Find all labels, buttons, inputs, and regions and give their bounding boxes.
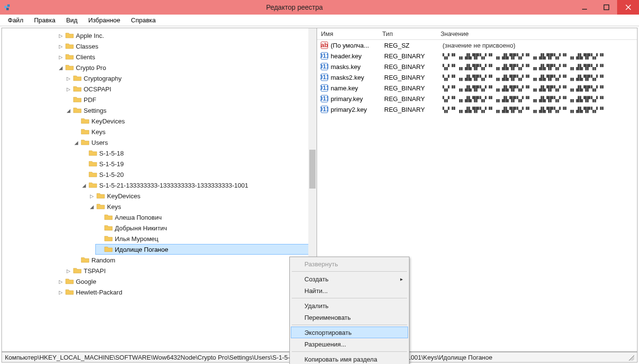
- tree-item[interactable]: ▷OCSPAPI: [64, 84, 317, 94]
- tree-item[interactable]: S-1-5-19: [80, 158, 317, 169]
- tree-label: Keys: [91, 128, 106, 136]
- value-row[interactable]: 011primary2.keyREG_BINARY▚▞▝▘▗▖▟▙▜▛▚▞▝▘▗…: [317, 104, 637, 115]
- col-value[interactable]: Значение: [437, 28, 637, 39]
- value-data: ▚▞▝▘▗▖▟▙▜▛▚▞▝▘▗▖▟▙▜▛▚▞▝▘▗▖▟▙▜▛▚▞▝▘▗▖▟▙▜▛…: [443, 52, 634, 60]
- tree-label: S-1-5-19: [99, 160, 124, 168]
- menu-view[interactable]: Вид: [61, 15, 83, 25]
- tree-item[interactable]: ◢Users: [72, 137, 317, 148]
- ctx-rename[interactable]: Переименовать: [291, 312, 408, 323]
- tree-item[interactable]: Алеша Попович: [95, 212, 317, 223]
- close-button[interactable]: [617, 0, 639, 15]
- tree-label: Random: [91, 257, 115, 264]
- context-menu: Развернуть Создать Найти... Удалить Пере…: [289, 257, 409, 364]
- tree-label: Hewlett-Packard: [76, 289, 122, 296]
- svg-text:ab: ab: [320, 41, 328, 49]
- value-row[interactable]: 011name.keyREG_BINARY▚▞▝▘▗▖▟▙▜▛▚▞▝▘▗▖▟▙▜…: [317, 83, 637, 93]
- value-name: name.key: [331, 85, 384, 92]
- expand-icon[interactable]: ▷: [57, 278, 64, 285]
- value-type: REG_BINARY: [384, 95, 443, 103]
- expand-icon[interactable]: ▷: [57, 289, 64, 295]
- expand-icon[interactable]: ▷: [65, 86, 72, 92]
- menu-favorites[interactable]: Избранное: [83, 15, 125, 25]
- expand-icon[interactable]: ▷: [65, 267, 72, 274]
- value-type: REG_BINARY: [384, 52, 443, 60]
- value-row[interactable]: 011masks2.keyREG_BINARY▚▞▝▘▗▖▟▙▜▛▚▞▝▘▗▖▟…: [317, 72, 637, 83]
- values-header[interactable]: Имя Тип Значение: [317, 28, 637, 40]
- value-row[interactable]: 011masks.keyREG_BINARY▚▞▝▘▗▖▟▙▜▛▚▞▝▘▗▖▟▙…: [317, 61, 637, 72]
- ctx-permissions[interactable]: Разрешения...: [291, 338, 408, 350]
- tree-item[interactable]: ▷TSPAPI: [64, 265, 317, 276]
- menu-file[interactable]: Файл: [3, 15, 28, 25]
- tree-label: KeyDevices: [91, 118, 125, 125]
- folder-icon: [73, 96, 82, 104]
- menu-help[interactable]: Справка: [126, 15, 160, 25]
- ctx-export[interactable]: Экспортировать: [291, 327, 408, 338]
- folder-icon: [104, 224, 113, 232]
- tree-item[interactable]: ▷Clients: [56, 52, 317, 62]
- svg-rect-1: [7, 4, 10, 7]
- ctx-new[interactable]: Создать: [291, 273, 408, 285]
- value-name: primary2.key: [331, 106, 384, 113]
- tree-item[interactable]: KeyDevices: [72, 116, 317, 126]
- col-type[interactable]: Тип: [378, 28, 437, 39]
- tree-item[interactable]: Keys: [72, 126, 317, 137]
- menu-bar: Файл Правка Вид Избранное Справка: [0, 15, 639, 26]
- expand-icon[interactable]: [65, 96, 72, 103]
- maximize-button[interactable]: [595, 0, 617, 15]
- value-data: ▚▞▝▘▗▖▟▙▜▛▚▞▝▘▗▖▟▙▜▛▚▞▝▘▗▖▟▙▜▛▚▞▝▘▗▖▟▙▜▛…: [443, 95, 634, 103]
- resize-grip[interactable]: [627, 354, 634, 361]
- tree-item[interactable]: ▷KeyDevices: [88, 191, 317, 201]
- expand-icon[interactable]: ▷: [89, 192, 95, 199]
- tree-item[interactable]: S-1-5-20: [80, 169, 317, 180]
- binary-value-icon: 011: [320, 73, 329, 81]
- tree-item-selected[interactable]: Идолище Поганое: [95, 244, 317, 255]
- tree-item[interactable]: Илья Муромец: [95, 233, 317, 244]
- value-row[interactable]: 011primary.keyREG_BINARY▚▞▝▘▗▖▟▙▜▛▚▞▝▘▗▖…: [317, 93, 637, 104]
- expand-icon[interactable]: ▷: [65, 75, 72, 82]
- registry-tree[interactable]: ▷Apple Inc. ▷Classes ▷Clients ◢Crypto Pr…: [2, 28, 317, 299]
- ctx-copy-key-name[interactable]: Копировать имя раздела: [291, 353, 408, 364]
- folder-icon: [81, 117, 89, 125]
- collapse-icon[interactable]: ◢: [81, 182, 88, 189]
- tree-label: Google: [76, 278, 96, 285]
- expand-icon[interactable]: ▷: [57, 32, 64, 39]
- tree-item[interactable]: ▷Apple Inc.: [56, 30, 317, 41]
- tree-item[interactable]: Добрыня Никитич: [95, 223, 317, 233]
- tree-item[interactable]: ▷Cryptography: [64, 73, 317, 84]
- tree-pane[interactable]: ▷Apple Inc. ▷Classes ▷Clients ◢Crypto Pr…: [2, 28, 317, 351]
- tree-item[interactable]: S-1-5-18: [80, 148, 317, 158]
- value-row[interactable]: 011header.keyREG_BINARY▚▞▝▘▗▖▟▙▜▛▚▞▝▘▗▖▟…: [317, 51, 637, 61]
- expand-icon[interactable]: ▷: [57, 53, 64, 60]
- tree-item[interactable]: ▷Hewlett-Packard: [56, 287, 317, 297]
- tree-item[interactable]: ◢Keys: [88, 201, 317, 212]
- expand-icon[interactable]: ▷: [57, 43, 64, 50]
- collapse-icon[interactable]: ◢: [89, 203, 95, 210]
- tree-item[interactable]: PDF: [64, 94, 317, 105]
- collapse-icon[interactable]: ◢: [73, 139, 80, 146]
- tree-item[interactable]: Random: [72, 255, 317, 265]
- value-name: masks2.key: [331, 74, 384, 81]
- folder-icon: [73, 106, 82, 114]
- ctx-find[interactable]: Найти...: [291, 285, 408, 296]
- value-data: ▚▞▝▘▗▖▟▙▜▛▚▞▝▘▗▖▟▙▜▛▚▞▝▘▗▖▟▙▜▛▚▞▝▘▗▖▟▙▜▛…: [443, 74, 634, 81]
- ctx-separator: [292, 351, 407, 352]
- tree-item[interactable]: ◢Settings: [64, 105, 317, 116]
- tree-label: Users: [91, 139, 108, 146]
- tree-item[interactable]: ▷Google: [56, 276, 317, 287]
- folder-icon: [65, 32, 74, 39]
- tree-item[interactable]: ◢Crypto Pro: [56, 62, 317, 73]
- col-name[interactable]: Имя: [317, 28, 378, 39]
- value-row[interactable]: ab(По умолча...REG_SZ(значение не присво…: [317, 40, 637, 51]
- tree-label: Cryptography: [84, 75, 122, 82]
- menu-edit[interactable]: Правка: [29, 15, 60, 25]
- collapse-icon[interactable]: ◢: [57, 64, 64, 71]
- tree-item[interactable]: ◢S-1-5-21-133333333-1333333333-133333333…: [80, 180, 317, 191]
- minimize-button[interactable]: [573, 0, 595, 15]
- tree-item[interactable]: ▷Classes: [56, 41, 317, 52]
- tree-label: Classes: [76, 43, 98, 50]
- ctx-delete[interactable]: Удалить: [291, 300, 408, 312]
- scrollbar-thumb[interactable]: [309, 150, 316, 189]
- collapse-icon[interactable]: ◢: [65, 107, 72, 114]
- value-type: REG_BINARY: [384, 74, 443, 81]
- value-name: masks.key: [331, 63, 384, 70]
